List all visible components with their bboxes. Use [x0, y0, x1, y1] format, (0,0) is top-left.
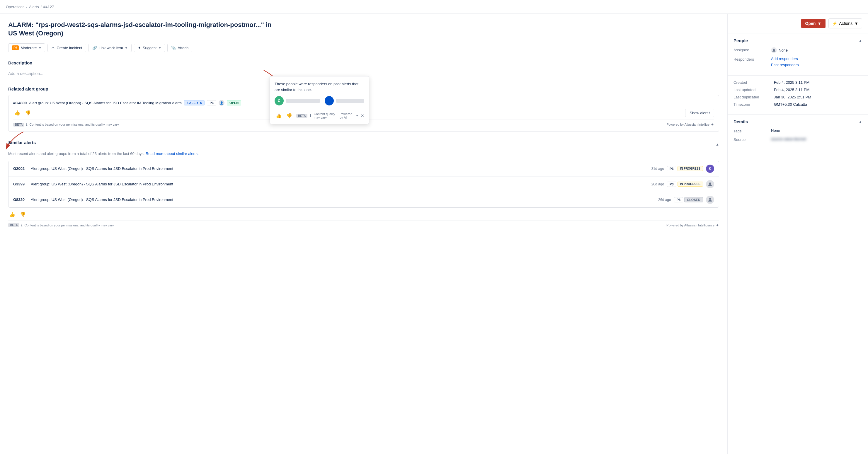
- related-ai-info: BETA ℹ Content is based on your permissi…: [13, 123, 119, 127]
- tooltip-powered-label: Powered by AI: [340, 112, 353, 119]
- priority-chevron-icon: ▼: [38, 46, 41, 50]
- thumbs-up-button[interactable]: 👍: [13, 109, 21, 116]
- actions-label: Actions: [839, 21, 852, 26]
- timezone-row: Timezone GMT+5:30 Calcutta: [734, 102, 862, 107]
- similar-alerts-collapse-icon[interactable]: ▲: [716, 142, 719, 147]
- created-value: Feb 4, 2025 3:11 PM: [774, 80, 809, 85]
- tooltip-ai-info: BETA ℹ Content quality may vary Powered …: [296, 112, 364, 119]
- similar-thumbs: 👍 👎: [8, 211, 719, 218]
- similar-alert-row-1[interactable]: G2002 Alert group: US West (Oregon) - SQ…: [8, 161, 719, 176]
- add-responders-link[interactable]: Add responders: [771, 57, 799, 61]
- people-section: People ▲ Assignee None Responders Ad: [727, 33, 868, 75]
- related-alert-title[interactable]: Alert group: US West (Oregon) - SQS Alar…: [29, 101, 181, 105]
- tooltip-avatars: C: [275, 96, 364, 105]
- tooltip-thumbs-up-button[interactable]: 👍: [275, 112, 283, 119]
- link-work-item-button[interactable]: 🔗 Link work item ▼: [89, 44, 131, 52]
- similar-alert-title-2: Alert group: US West (Oregon) - SQS Alar…: [31, 182, 644, 186]
- tooltip-close-icon[interactable]: ✕: [361, 114, 364, 118]
- assignee-row: Assignee None: [734, 47, 862, 53]
- assignee-value: None: [771, 47, 788, 53]
- tooltip-text: These people were responders on past ale…: [275, 81, 364, 93]
- breadcrumb-sep-2: /: [40, 5, 41, 9]
- more-options-icon[interactable]: ⋯: [856, 3, 862, 10]
- related-ai-powered: Powered by Atlassian Intellige ✦: [667, 122, 714, 127]
- suggest-button[interactable]: ✦ Suggest ▼: [134, 44, 165, 52]
- source-row: Source source-value-blurred: [734, 137, 862, 142]
- tooltip-thumbs-down-button[interactable]: 👎: [285, 112, 293, 119]
- breadcrumb-alerts[interactable]: Alerts: [29, 5, 39, 9]
- create-incident-icon: ⚠: [51, 46, 55, 50]
- breadcrumb-operations[interactable]: Operations: [6, 5, 25, 9]
- responders-row: Responders Add responders Past responder…: [734, 57, 862, 67]
- tooltip-ai-note: Content quality may vary: [314, 112, 337, 119]
- related-status-badge: OPEN: [227, 100, 241, 105]
- thumbs-down-button[interactable]: 👎: [24, 109, 32, 116]
- similar-alert-badges-3: P3 CLOSED: [674, 197, 703, 202]
- sidebar-actions: Open ▼ ⚡ Actions ▼: [727, 14, 868, 33]
- similar-alerts-list: G2002 Alert group: US West (Oregon) - SQ…: [8, 161, 719, 208]
- related-person-icon: 👤: [219, 100, 224, 106]
- tags-value: None: [771, 128, 780, 133]
- create-incident-label: Create incident: [57, 46, 82, 50]
- similar-priority-badge-1: P3: [667, 166, 676, 171]
- similar-thumbs-down-button[interactable]: 👎: [19, 211, 27, 218]
- show-alert-button[interactable]: Show alert t: [685, 109, 714, 117]
- responders-label: Responders: [734, 57, 769, 62]
- svg-point-2: [773, 48, 775, 50]
- breadcrumb-sep-1: /: [26, 5, 28, 9]
- similar-thumbs-up-button[interactable]: 👍: [8, 211, 17, 218]
- similar-ai-powered: Powered by Atlassian Intelligence ✦: [666, 223, 719, 228]
- similar-ai-note: Content is based on your permissions, an…: [24, 224, 114, 227]
- attach-label: Attach: [178, 46, 188, 50]
- source-value: source-value-blurred: [771, 137, 806, 141]
- suggest-chevron-icon: ▼: [158, 46, 161, 50]
- attach-button[interactable]: 📎 Attach: [167, 44, 192, 52]
- assignee-name: None: [779, 48, 788, 53]
- last-duplicated-value: Jan 30, 2025 2:51 PM: [774, 95, 811, 99]
- source-label: Source: [734, 137, 769, 142]
- toolbar: P3 Moderate ▼ ⚠ Create incident 🔗 Link w…: [8, 43, 719, 52]
- create-incident-button[interactable]: ⚠ Create incident: [48, 44, 86, 52]
- assignee-label: Assignee: [734, 47, 769, 52]
- priority-button[interactable]: P3 Moderate ▼: [8, 43, 45, 52]
- similar-ai-info: BETA ℹ Content is based on your permissi…: [8, 223, 114, 227]
- breadcrumb-id: #4127: [43, 5, 54, 9]
- related-alert-id: #G4800: [13, 101, 27, 105]
- tooltip-footer: 👍 👎 BETA ℹ Content quality may vary Powe…: [275, 109, 364, 119]
- similar-avatar-3: [706, 196, 714, 204]
- tooltip-name-2-blurred: [336, 99, 364, 103]
- similar-alert-row-2[interactable]: G3399 Alert group: US West (Oregon) - SQ…: [8, 176, 719, 192]
- alerts-count-badge: 5 ALERTS: [184, 100, 205, 105]
- people-collapse-icon[interactable]: ▲: [859, 39, 862, 43]
- assignee-person-icon: [771, 47, 777, 53]
- similar-alerts-label[interactable]: Similar alerts: [8, 140, 36, 145]
- attach-icon: 📎: [171, 46, 176, 50]
- link-work-item-label: Link work item: [99, 46, 123, 50]
- details-collapse-icon[interactable]: ▲: [859, 120, 862, 124]
- last-duplicated-row: Last duplicated Jan 30, 2025 2:51 PM: [734, 95, 862, 99]
- beta-badge: BETA: [13, 123, 24, 127]
- priority-label: Moderate: [21, 46, 37, 50]
- svg-point-1: [709, 198, 711, 200]
- similar-alert-id-3: G8320: [13, 197, 28, 202]
- similar-alert-time-3: 26d ago: [653, 198, 671, 202]
- description-section: Description Add a description...: [8, 60, 719, 78]
- open-label: Open: [805, 21, 816, 26]
- actions-button[interactable]: ⚡ Actions ▼: [829, 19, 862, 28]
- similar-alert-title-1: Alert group: US West (Oregon) - SQS Alar…: [31, 166, 644, 171]
- related-ai-note: Content is based on your permissions, an…: [29, 123, 119, 126]
- timezone-label: Timezone: [734, 102, 772, 107]
- similar-alerts-description: Most recent alerts and alert groups from…: [8, 151, 719, 157]
- open-status-button[interactable]: Open ▼: [801, 19, 826, 28]
- read-more-link[interactable]: Read more about similar alerts.: [146, 152, 199, 156]
- priority-badge: P3: [12, 45, 19, 50]
- page-title: ALARM: "rps-prod-west2-sqs-alarms-jsd-es…: [8, 21, 272, 37]
- created-row: Created Feb 4, 2025 3:11 PM: [734, 80, 862, 85]
- similar-alert-badges-1: P3 IN PROGRESS: [667, 166, 703, 171]
- svg-point-0: [709, 183, 711, 184]
- suggest-label: Suggest: [143, 46, 157, 50]
- similar-alert-time-1: 31d ago: [647, 167, 664, 171]
- similar-alert-time-2: 26d ago: [647, 182, 664, 186]
- past-responders-link[interactable]: Past responders: [771, 63, 799, 67]
- similar-alert-row-3[interactable]: G8320 Alert group: US West (Oregon) - SQ…: [8, 192, 719, 207]
